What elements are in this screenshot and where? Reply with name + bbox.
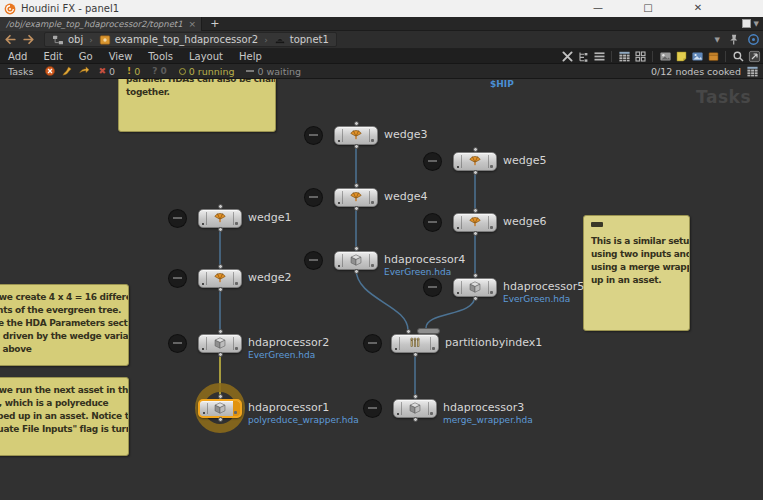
forward-button[interactable] xyxy=(21,33,36,47)
node-collapse-badge[interactable] xyxy=(424,279,441,296)
node-input-connector[interactable] xyxy=(406,329,411,334)
node-output-connector[interactable] xyxy=(354,206,359,211)
search-icon[interactable] xyxy=(731,50,745,63)
node-output-connector[interactable] xyxy=(218,287,223,292)
node-collapse-badge[interactable] xyxy=(305,252,322,269)
node-wedge3[interactable] xyxy=(334,126,378,145)
node-flag-mark[interactable] xyxy=(490,291,493,294)
node-wire[interactable] xyxy=(356,269,408,330)
cancel-tasks-icon[interactable] xyxy=(42,65,57,78)
node-wedge5[interactable] xyxy=(453,152,497,171)
node-flag-mark[interactable] xyxy=(490,165,493,168)
node-partitionbyindex1[interactable] xyxy=(391,334,439,353)
minimize-button[interactable]: — xyxy=(583,0,613,17)
node-output-connector[interactable] xyxy=(473,296,478,301)
cook-tasks-icon[interactable] xyxy=(76,65,91,78)
menu-view[interactable]: View xyxy=(101,51,141,62)
node-output-connector[interactable] xyxy=(218,352,223,357)
node-input-connector[interactable] xyxy=(218,204,223,209)
asset-box-icon[interactable] xyxy=(706,50,720,63)
node-input-connector[interactable] xyxy=(354,183,359,188)
node-flag-mark[interactable] xyxy=(235,347,238,350)
node-hdaprocessor4[interactable] xyxy=(334,251,378,270)
note-left-1[interactable]: Here we create 4 x 4 = 16 differentvaria… xyxy=(0,284,129,366)
node-flag-mark[interactable] xyxy=(235,282,238,285)
overview-icon[interactable] xyxy=(747,50,761,63)
node-collapse-badge[interactable] xyxy=(305,189,322,206)
breadcrumb-item-obj[interactable]: obj xyxy=(49,34,86,46)
back-button[interactable] xyxy=(3,33,18,47)
node-wire[interactable] xyxy=(426,296,475,328)
pane-dropdown-icon[interactable]: ▼ xyxy=(754,20,759,28)
node-collapse-badge[interactable] xyxy=(169,335,186,352)
node-output-connector[interactable] xyxy=(473,231,478,236)
task-table-icon[interactable] xyxy=(746,65,760,78)
node-flag-mark[interactable] xyxy=(432,347,435,350)
node-wedge1[interactable] xyxy=(198,209,242,228)
node-output-connector[interactable] xyxy=(218,417,223,422)
node-collapse-badge[interactable] xyxy=(424,153,441,170)
pane-layout-icon[interactable] xyxy=(742,19,751,28)
title-bar[interactable]: Houdini FX - panel1 — □ ✕ xyxy=(0,0,763,17)
node-input-connector[interactable] xyxy=(473,208,478,213)
node-input-connector[interactable] xyxy=(218,329,223,334)
node-output-connector[interactable] xyxy=(413,417,418,422)
node-collapse-badge[interactable] xyxy=(305,127,322,144)
node-flag-mark[interactable] xyxy=(371,264,374,267)
node-input-connector[interactable] xyxy=(413,394,418,399)
node-collapse-badge[interactable] xyxy=(364,335,381,352)
pin-icon[interactable] xyxy=(726,33,740,46)
hierarchy-icon[interactable] xyxy=(576,50,590,63)
new-tab-button[interactable]: + xyxy=(210,18,219,30)
node-output-connector[interactable] xyxy=(354,144,359,149)
node-wedge2[interactable] xyxy=(198,269,242,288)
node-flag-mark[interactable] xyxy=(234,411,237,414)
node-input-connector[interactable] xyxy=(354,121,359,126)
background-image-icon[interactable] xyxy=(690,50,704,63)
node-flag-mark[interactable] xyxy=(235,222,238,225)
node-input-connector[interactable] xyxy=(354,246,359,251)
menu-edit[interactable]: Edit xyxy=(35,51,70,62)
grid-display-icon[interactable] xyxy=(633,50,647,63)
close-button[interactable]: ✕ xyxy=(683,0,713,17)
node-multi-input-connector[interactable] xyxy=(417,328,440,334)
node-hdaprocessor5[interactable] xyxy=(453,278,497,297)
grid-snap-icon[interactable] xyxy=(617,50,631,63)
network-editor-canvas[interactable]: Tasks $HIP parallel. HDAs can also be ch… xyxy=(0,79,763,500)
node-input-connector[interactable] xyxy=(473,273,478,278)
node-collapse-badge[interactable] xyxy=(364,400,381,417)
menu-help[interactable]: Help xyxy=(231,51,270,62)
menu-go[interactable]: Go xyxy=(71,51,101,62)
note-top[interactable]: parallel. HDAs can also be chainedtogeth… xyxy=(118,79,276,132)
node-output-connector[interactable] xyxy=(473,170,478,175)
menu-tools[interactable]: Tools xyxy=(140,51,181,62)
menu-add[interactable]: Add xyxy=(0,51,35,62)
node-input-connector[interactable] xyxy=(218,394,223,399)
list-view-icon[interactable] xyxy=(592,50,606,63)
node-input-connector[interactable] xyxy=(218,264,223,269)
node-collapse-badge[interactable] xyxy=(169,210,186,227)
node-wedge6[interactable] xyxy=(453,213,497,232)
path-dropdown-icon[interactable]: ▼ xyxy=(715,36,720,44)
node-collapse-badge[interactable] xyxy=(169,270,186,287)
menu-layout[interactable]: Layout xyxy=(181,51,231,62)
node-collapse-badge[interactable] xyxy=(424,214,441,231)
tab-close-icon[interactable]: × xyxy=(189,19,197,29)
node-output-connector[interactable] xyxy=(413,352,418,357)
note-collapse-button[interactable] xyxy=(591,222,603,227)
maximize-button[interactable]: □ xyxy=(633,0,663,17)
note-left-2[interactable]: Here we run the next asset in thechain, … xyxy=(0,377,129,456)
breadcrumb-item-topnet[interactable]: topnet1 xyxy=(271,34,332,46)
node-wedge4[interactable] xyxy=(334,188,378,207)
dirty-tasks-icon[interactable] xyxy=(59,65,74,78)
node-hdaprocessor2[interactable] xyxy=(198,334,242,353)
breadcrumb-item-example[interactable]: example_top_hdaprocessor2 xyxy=(96,34,261,46)
node-hdaprocessor1[interactable] xyxy=(198,399,242,418)
node-flag-mark[interactable] xyxy=(371,139,374,142)
node-flag-mark[interactable] xyxy=(490,226,493,229)
follow-selection-icon[interactable] xyxy=(746,33,760,46)
node-input-connector[interactable] xyxy=(473,147,478,152)
node-flag-mark[interactable] xyxy=(371,201,374,204)
node-hdaprocessor3[interactable] xyxy=(393,399,437,418)
image-node-icon[interactable] xyxy=(658,50,672,63)
